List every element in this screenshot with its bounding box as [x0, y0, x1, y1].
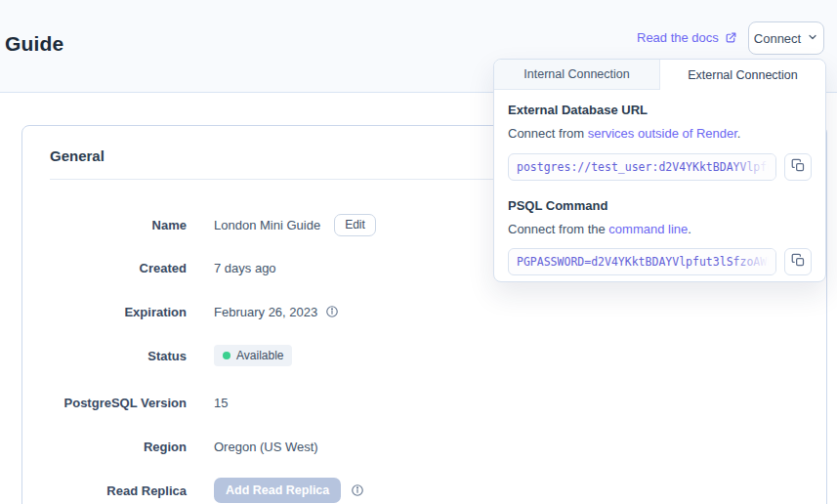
row-postgresql-version: PostgreSQL Version 15	[22, 388, 826, 417]
copy-icon	[791, 158, 806, 176]
external-db-url-desc: Connect from services outside of Render.	[508, 126, 812, 141]
region-value: Oregon (US West)	[214, 440, 318, 454]
status-label: Status	[22, 349, 187, 363]
external-db-url-text: postgres://test_user:d2V4YKktBDAYVlpfut3…	[517, 160, 776, 174]
tab-internal-connection[interactable]: Internal Connection	[494, 60, 660, 90]
version-label: PostgreSQL Version	[22, 396, 187, 410]
read-replica-label: Read Replica	[22, 483, 187, 498]
info-icon[interactable]	[351, 483, 364, 497]
psql-command-text: PGPASSWORD=d2V4YKktBDAYVlpfut3lSfzoAWhwb…	[517, 255, 776, 269]
info-icon[interactable]	[325, 305, 339, 318]
external-link-icon	[725, 31, 737, 44]
copy-db-url-button[interactable]	[784, 153, 812, 181]
general-card-title: General	[50, 147, 105, 164]
row-expiration: Expiration February 26, 2023	[22, 297, 826, 326]
services-outside-render-link[interactable]: services outside of Render	[588, 126, 737, 141]
version-value: 15	[214, 396, 228, 410]
status-badge-label: Available	[236, 349, 283, 362]
tab-external-connection[interactable]: External Connection	[660, 60, 825, 90]
read-docs-link[interactable]: Read the docs	[637, 30, 737, 45]
connect-popover-body: External Database URL Connect from servi…	[494, 90, 825, 288]
psql-command-value[interactable]: PGPASSWORD=d2V4YKktBDAYVlpfut3lSfzoAWhwb…	[508, 248, 776, 275]
expiration-label: Expiration	[22, 305, 187, 319]
desc-text: .	[688, 222, 691, 236]
copy-icon	[791, 253, 806, 271]
edit-name-button[interactable]: Edit	[334, 214, 376, 236]
name-value: London Mini Guide	[214, 218, 320, 232]
psql-command-heading: PSQL Command	[508, 198, 812, 213]
page-title: Guide	[5, 32, 64, 56]
created-value: 7 days ago	[214, 261, 276, 275]
external-db-url-value[interactable]: postgres://test_user:d2V4YKktBDAYVlpfut3…	[508, 153, 776, 181]
row-region: Region Oregon (US West)	[22, 432, 826, 461]
connect-button[interactable]: Connect	[748, 21, 824, 55]
status-dot-icon	[223, 352, 230, 359]
name-label: Name	[22, 218, 187, 232]
read-docs-link-label: Read the docs	[637, 30, 719, 45]
desc-text: .	[737, 126, 741, 141]
external-db-url-heading: External Database URL	[508, 103, 812, 117]
row-status: Status Available	[22, 341, 826, 370]
row-read-replica: Read Replica Add Read Replica	[22, 476, 826, 504]
desc-text: Connect from	[508, 126, 588, 141]
psql-command-desc: Connect from the command line.	[508, 222, 812, 236]
expiration-value: February 26, 2023	[214, 305, 317, 319]
desc-text: Connect from the	[508, 222, 608, 236]
connect-button-label: Connect	[754, 31, 801, 46]
created-label: Created	[22, 261, 187, 275]
region-label: Region	[22, 440, 187, 454]
chevron-down-icon	[807, 31, 818, 46]
status-badge: Available	[214, 345, 292, 366]
connect-popover: Internal Connection External Connection …	[493, 59, 826, 282]
add-read-replica-button[interactable]: Add Read Replica	[214, 478, 341, 503]
connection-tabs: Internal Connection External Connection	[494, 60, 825, 90]
copy-psql-command-button[interactable]	[784, 248, 812, 275]
command-line-link[interactable]: command line	[608, 222, 688, 236]
